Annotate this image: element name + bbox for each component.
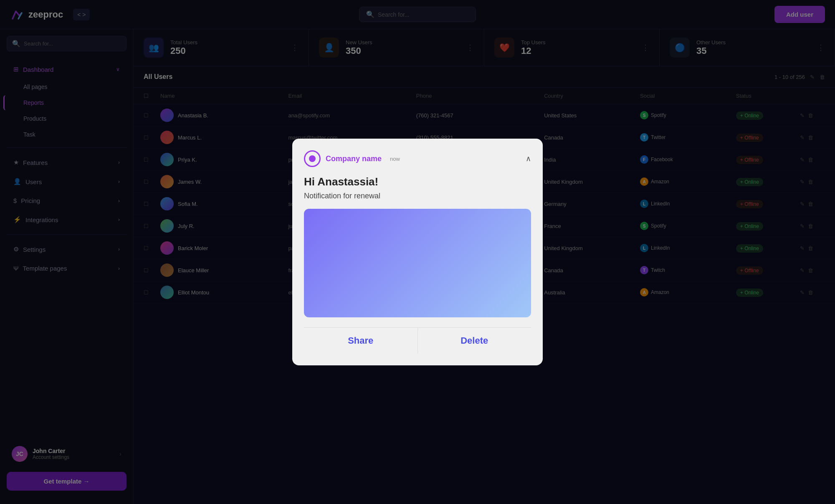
company-icon bbox=[304, 150, 321, 167]
notif-header: Company name now ∧ bbox=[304, 150, 531, 167]
collapse-icon[interactable]: ∧ bbox=[526, 154, 531, 163]
company-name: Company name bbox=[326, 154, 382, 163]
notification-modal: Company name now ∧ Hi Anastassia! Notifi… bbox=[292, 139, 543, 365]
notification-actions: Share Delete bbox=[304, 327, 531, 354]
notif-icon-inner bbox=[309, 155, 316, 162]
delete-button[interactable]: Delete bbox=[418, 328, 531, 354]
notification-subtitle: Notification for renewal bbox=[304, 192, 531, 200]
share-button[interactable]: Share bbox=[304, 328, 418, 354]
notification-title: Hi Anastassia! bbox=[304, 175, 531, 188]
modal-overlay[interactable]: Company name now ∧ Hi Anastassia! Notifi… bbox=[0, 0, 835, 504]
notification-image bbox=[304, 209, 531, 317]
notification-time: now bbox=[390, 156, 400, 162]
